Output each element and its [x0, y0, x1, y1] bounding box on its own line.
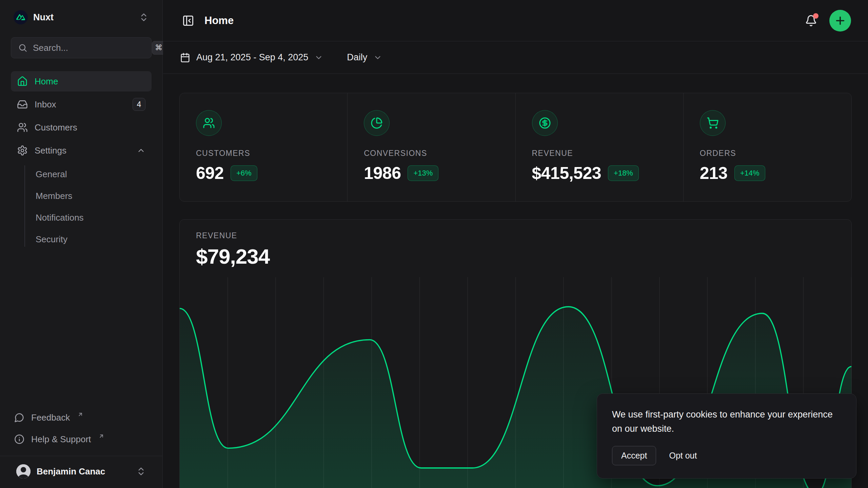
accept-button[interactable]: Accept	[612, 446, 656, 465]
page-title: Home	[204, 15, 234, 27]
sidebar-item-label: Home	[35, 76, 58, 87]
plus-icon	[834, 15, 846, 27]
footer-item-label: Help & Support	[31, 434, 91, 445]
chevron-down-icon	[314, 53, 323, 62]
chevrons-up-down-icon	[139, 12, 149, 22]
inbox-icon	[17, 99, 28, 110]
cookie-banner: We use first-party cookies to enhance yo…	[597, 393, 856, 479]
search-input[interactable]: ⌘ K	[11, 37, 152, 58]
external-link-icon	[77, 411, 83, 418]
settings-subnav: General Members Notifications Security	[11, 163, 152, 250]
stat-conversions[interactable]: CONVERSIONS 1986 +13%	[348, 93, 515, 201]
nuxt-logo-icon	[14, 10, 28, 24]
calendar-icon	[180, 53, 190, 63]
sidebar-item-label: Inbox	[35, 99, 56, 110]
stat-value: 692	[196, 163, 224, 183]
team-name: Nuxt	[33, 12, 54, 23]
search-icon	[18, 43, 27, 53]
chart-value: $79,234	[196, 244, 835, 268]
sidebar-footer: Feedback Help & Support	[11, 407, 152, 456]
sidebar-item-home[interactable]: Home	[11, 71, 152, 92]
stat-orders[interactable]: ORDERS 213 +14%	[684, 93, 851, 201]
footer-item-label: Feedback	[31, 412, 70, 423]
search-field[interactable]	[33, 43, 146, 53]
subnav-label: Security	[36, 234, 67, 245]
stat-value: $415,523	[532, 163, 601, 183]
chevron-up-icon	[137, 146, 145, 155]
external-link-icon	[98, 433, 104, 439]
stat-label: ORDERS	[700, 149, 835, 158]
filters-toolbar: Aug 21, 2025 - Sep 4, 2025 Daily	[163, 41, 868, 74]
sidebar-item-general[interactable]: General	[36, 163, 152, 185]
chat-bubble-icon	[14, 412, 24, 423]
inbox-count-badge: 4	[133, 98, 145, 111]
stat-value: 1986	[364, 163, 401, 183]
granularity-label: Daily	[347, 52, 367, 63]
sidebar-nav: Home Inbox 4 Customers Settings General …	[11, 71, 152, 250]
cookie-message: We use first-party cookies to enhance yo…	[612, 407, 841, 436]
stat-delta-badge: +13%	[408, 165, 438, 181]
sidebar: Nuxt ⌘ K Home Inbox 4 Customers Settings	[0, 0, 163, 488]
stats-row: CUSTOMERS 692 +6% CONVERSIONS 1986 +13%	[179, 93, 852, 202]
sidebar-item-security[interactable]: Security	[36, 228, 152, 250]
date-range-picker[interactable]: Aug 21, 2025 - Sep 4, 2025	[180, 52, 323, 63]
user-name: Benjamin Canac	[37, 466, 105, 477]
stat-delta-badge: +18%	[608, 165, 639, 181]
sidebar-item-members[interactable]: Members	[36, 185, 152, 207]
stat-label: CUSTOMERS	[196, 149, 331, 158]
panel-left-close-icon	[182, 15, 194, 27]
sidebar-item-settings[interactable]: Settings	[11, 140, 152, 161]
add-button[interactable]	[829, 10, 851, 32]
chevron-down-icon	[373, 53, 382, 62]
stat-delta-badge: +14%	[734, 165, 765, 181]
info-icon	[14, 434, 24, 444]
cart-icon	[700, 110, 726, 136]
user-menu[interactable]: Benjamin Canac	[14, 462, 149, 481]
sidebar-item-customers[interactable]: Customers	[11, 117, 152, 138]
page-header: Home	[163, 0, 868, 41]
sidebar-item-inbox[interactable]: Inbox 4	[11, 94, 152, 115]
home-icon	[17, 76, 28, 87]
sidebar-collapse-button[interactable]	[180, 13, 196, 29]
granularity-select[interactable]: Daily	[347, 52, 382, 63]
gear-icon	[17, 145, 28, 156]
pie-chart-icon	[364, 110, 390, 136]
subnav-label: Members	[36, 191, 72, 201]
sidebar-item-label: Customers	[35, 122, 77, 133]
user-section: Benjamin Canac	[0, 456, 162, 488]
stat-customers[interactable]: CUSTOMERS 692 +6%	[180, 93, 348, 201]
sidebar-item-label: Settings	[35, 145, 66, 156]
users-icon	[196, 110, 222, 136]
stat-revenue[interactable]: REVENUE $415,523 +18%	[516, 93, 684, 201]
notifications-button[interactable]	[803, 13, 819, 29]
chevrons-up-down-icon	[136, 466, 146, 476]
sidebar-item-notifications[interactable]: Notifications	[36, 207, 152, 228]
chart-label: REVENUE	[196, 231, 835, 240]
stat-delta-badge: +6%	[231, 165, 257, 181]
help-support-link[interactable]: Help & Support	[11, 429, 152, 450]
opt-out-button[interactable]: Opt out	[669, 451, 697, 461]
stat-value: 213	[700, 163, 728, 183]
subnav-label: General	[36, 169, 67, 180]
team-switcher[interactable]: Nuxt	[11, 9, 152, 26]
feedback-link[interactable]: Feedback	[11, 407, 152, 428]
notification-dot	[813, 13, 818, 19]
subnav-label: Notifications	[36, 212, 84, 223]
dollar-circle-icon	[532, 110, 558, 136]
avatar	[16, 464, 31, 479]
users-icon	[17, 122, 28, 133]
stat-label: REVENUE	[532, 149, 667, 158]
date-range-label: Aug 21, 2025 - Sep 4, 2025	[196, 52, 308, 63]
stat-label: CONVERSIONS	[364, 149, 499, 158]
